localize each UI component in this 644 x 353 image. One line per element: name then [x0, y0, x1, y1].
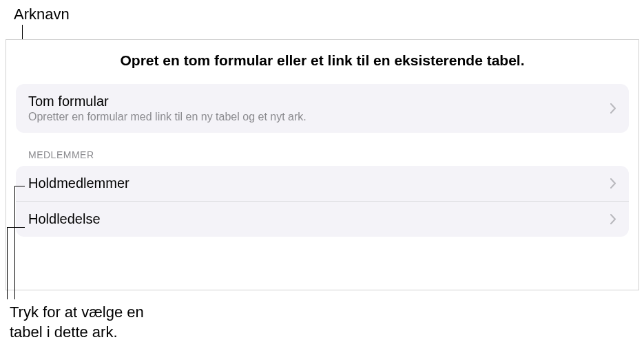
blank-form-card: Tom formular Opretter en formular med li… [16, 84, 629, 133]
table-row-label: Holdmedlemmer [28, 175, 129, 191]
blank-form-title: Tom formular [28, 94, 307, 109]
callout-text: Tryk for at vælge en [10, 303, 144, 323]
chevron-right-icon [610, 214, 616, 225]
section-header-members: MEDLEMMER [28, 149, 629, 160]
chevron-right-icon [610, 178, 616, 189]
callout-sheet-name: Arknavn [14, 6, 70, 23]
callout-line [7, 227, 8, 299]
panel-title: Opret en tom formular eller et link til … [16, 52, 629, 69]
callout-text: Arknavn [14, 6, 70, 23]
callout-text: tabel i dette ark. [10, 323, 144, 343]
callout-line [14, 186, 25, 186]
callout-line [7, 227, 25, 228]
row-text-group: Tom formular Opretter en formular med li… [28, 94, 307, 123]
tables-card: Holdmedlemmer Holdledelse [16, 166, 629, 237]
table-row[interactable]: Holdmedlemmer [16, 166, 629, 201]
form-create-panel: Opret en tom formular eller et link til … [6, 39, 639, 290]
chevron-right-icon [610, 103, 616, 114]
callout-select-table: Tryk for at vælge en tabel i dette ark. [10, 303, 144, 342]
callout-line [14, 186, 15, 299]
table-row[interactable]: Holdledelse [16, 201, 629, 237]
blank-form-subtitle: Opretter en formular med link til en ny … [28, 111, 307, 123]
blank-form-row[interactable]: Tom formular Opretter en formular med li… [16, 84, 629, 133]
table-row-label: Holdledelse [28, 211, 101, 227]
